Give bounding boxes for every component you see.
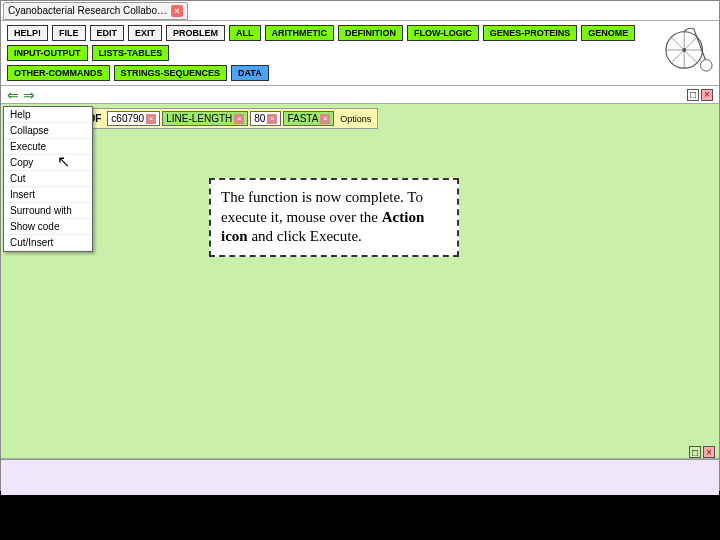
tab-title: Cyanobacterial Research Collabo…	[8, 5, 167, 16]
arg-fasta[interactable]: FASTA ×	[283, 111, 334, 126]
menu-show-code[interactable]: Show code	[4, 219, 92, 235]
menu-cut[interactable]: Cut	[4, 171, 92, 187]
options-link[interactable]: Options	[336, 114, 375, 124]
svg-line-7	[684, 50, 697, 63]
expand-icon[interactable]: □	[689, 446, 701, 458]
chip-close-icon[interactable]: ×	[146, 114, 156, 124]
nav-forward-icon[interactable]: ⇒	[23, 87, 35, 103]
close-pane-icon[interactable]: ×	[703, 446, 715, 458]
flow-logic-button[interactable]: FLOW-LOGIC	[407, 25, 479, 41]
penny-farthing-icon	[665, 23, 713, 75]
bottom-pane: □ ×	[1, 459, 719, 495]
menu-collapse[interactable]: Collapse	[4, 123, 92, 139]
close-pane-icon[interactable]: ×	[701, 89, 713, 101]
menu-copy[interactable]: Copy	[4, 155, 92, 171]
toolbar: HELP! FILE EDIT EXIT PROBLEM ALL ARITHME…	[1, 21, 719, 86]
arg-line-length-value[interactable]: 80 ×	[250, 111, 281, 126]
svg-line-8	[684, 37, 697, 50]
problem-button[interactable]: PROBLEM	[166, 25, 225, 41]
arg-entity[interactable]: c60790 ×	[107, 111, 160, 126]
svg-line-6	[671, 37, 684, 50]
strings-sequences-button[interactable]: STRINGS-SEQUENCES	[114, 65, 228, 81]
action-menu: Help Collapse Execute Copy Cut Insert Su…	[3, 106, 93, 252]
menu-cut-insert[interactable]: Cut/Insert	[4, 235, 92, 251]
definition-button[interactable]: DEFINITION	[338, 25, 403, 41]
menu-help[interactable]: Help	[4, 107, 92, 123]
menu-execute[interactable]: Execute	[4, 139, 92, 155]
browser-tab[interactable]: Cyanobacterial Research Collabo… ×	[3, 2, 188, 20]
all-button[interactable]: ALL	[229, 25, 261, 41]
menu-surround-with[interactable]: Surround with	[4, 203, 92, 219]
instruction-callout: The function is now complete. To execute…	[209, 178, 459, 257]
genome-button[interactable]: GENOME	[581, 25, 635, 41]
exit-button[interactable]: EXIT	[128, 25, 162, 41]
help-button[interactable]: HELP!	[7, 25, 48, 41]
genes-proteins-button[interactable]: GENES-PROTEINS	[483, 25, 578, 41]
nav-back-icon[interactable]: ⇐	[7, 87, 19, 103]
svg-point-10	[701, 60, 713, 72]
workspace: SEQUENCE-OF c60790 × LINE-LENGTH × 80 × …	[1, 104, 719, 459]
expand-icon[interactable]: □	[687, 89, 699, 101]
chip-close-icon[interactable]: ×	[267, 114, 277, 124]
lists-tables-button[interactable]: LISTS-TABLES	[92, 45, 170, 61]
nav-row: ⇐ ⇒ □ ×	[1, 86, 719, 104]
tab-close-icon[interactable]: ×	[171, 5, 183, 17]
svg-line-9	[671, 50, 684, 63]
arithmetic-button[interactable]: ARITHMETIC	[265, 25, 335, 41]
menu-insert[interactable]: Insert	[4, 187, 92, 203]
file-button[interactable]: FILE	[52, 25, 86, 41]
input-output-button[interactable]: INPUT-OUTPUT	[7, 45, 88, 61]
arg-line-length[interactable]: LINE-LENGTH ×	[162, 111, 248, 126]
chip-close-icon[interactable]: ×	[234, 114, 244, 124]
edit-button[interactable]: EDIT	[90, 25, 125, 41]
chip-close-icon[interactable]: ×	[320, 114, 330, 124]
data-button[interactable]: DATA	[231, 65, 269, 81]
titlebar: Cyanobacterial Research Collabo… ×	[1, 1, 719, 21]
other-commands-button[interactable]: OTHER-COMMANDS	[7, 65, 110, 81]
